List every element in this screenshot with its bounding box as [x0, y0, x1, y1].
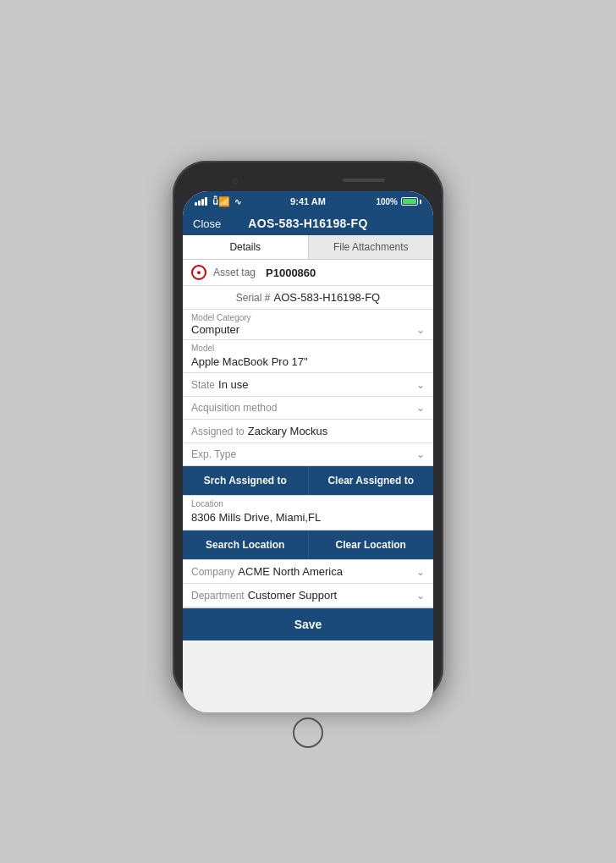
state-label: State [191, 379, 215, 391]
assigned-buttons-row: Srch Assigned to Clear Assigned to [183, 466, 433, 496]
model-value: Apple MacBook Pro 17" [191, 355, 308, 368]
location-label: Location [191, 499, 425, 508]
exp-type-label: Exp. Type [191, 448, 236, 460]
department-value: Customer Support [248, 589, 413, 602]
battery-percent: 100% [376, 197, 398, 206]
status-bar: ǖ📶 ∿ 9:41 AM 100% [183, 191, 433, 212]
company-row[interactable]: Company ACME North America ⌄ [183, 560, 433, 584]
state-chevron: ⌄ [416, 379, 425, 391]
search-location-button[interactable]: Search Location [183, 530, 309, 559]
save-button[interactable]: Save [183, 608, 433, 640]
department-row[interactable]: Department Customer Support ⌄ [183, 584, 433, 607]
serial-row: Serial # AOS-583-H16198-FQ [183, 286, 433, 310]
phone-top-decorations [183, 171, 433, 191]
company-label: Company [191, 566, 234, 578]
phone-camera [232, 178, 239, 184]
location-row: Location 8306 Mills Drive, Miami,FL [183, 496, 433, 530]
tab-details[interactable]: Details [183, 235, 309, 259]
state-row[interactable]: State In use ⌄ [183, 373, 433, 397]
battery-indicator: 100% [376, 197, 421, 206]
model-category-value: Computer [191, 323, 239, 336]
model-category-chevron: ⌄ [416, 324, 425, 336]
srch-assigned-button[interactable]: Srch Assigned to [183, 466, 309, 495]
acquisition-chevron: ⌄ [416, 402, 425, 414]
signal-bars [195, 197, 207, 206]
phone-speaker [343, 179, 385, 182]
model-label: Model [191, 344, 425, 353]
tab-bar: Details File Attachments [183, 235, 433, 260]
wifi-symbol: ∿ [234, 197, 241, 206]
globe-icon: ● [191, 265, 206, 280]
status-left: ǖ📶 ∿ [195, 196, 241, 207]
nav-bar: Close AOS-583-H16198-FQ [183, 212, 433, 235]
phone-screen: ǖ📶 ∿ 9:41 AM 100% Close AOS-583-H16198-F… [183, 191, 433, 712]
battery-body [401, 197, 418, 206]
exp-type-chevron: ⌄ [416, 448, 425, 460]
serial-label: Serial # [236, 292, 271, 304]
wifi-icon: ǖ📶 [212, 196, 230, 207]
serial-value: AOS-583-H16198-FQ [273, 291, 380, 304]
asset-tag-label: Asset tag [213, 267, 256, 278]
assigned-to-row: Assigned to Zackary Mockus [183, 420, 433, 443]
tab-file-attachments[interactable]: File Attachments [309, 235, 434, 259]
acquisition-row[interactable]: Acquisition method ⌄ [183, 397, 433, 420]
location-value: 8306 Mills Drive, Miami,FL [191, 511, 321, 524]
close-button[interactable]: Close [193, 217, 221, 230]
home-button[interactable] [293, 717, 323, 748]
state-value: In use [218, 378, 413, 391]
model-row[interactable]: Model Apple MacBook Pro 17" [183, 340, 433, 373]
phone-frame: ǖ📶 ∿ 9:41 AM 100% Close AOS-583-H16198-F… [173, 161, 443, 702]
battery-fill [403, 199, 416, 204]
save-row: Save [183, 607, 433, 640]
nav-title: AOS-583-H16198-FQ [248, 217, 367, 230]
assigned-to-value: Zackary Mockus [248, 425, 425, 437]
clear-location-button[interactable]: Clear Location [309, 530, 434, 559]
department-chevron: ⌄ [416, 590, 425, 602]
model-category-row[interactable]: Model Category Computer ⌄ [183, 310, 433, 340]
status-time: 9:41 AM [290, 196, 326, 206]
acquisition-label: Acquisition method [191, 402, 277, 414]
department-label: Department [191, 590, 245, 602]
clear-assigned-button[interactable]: Clear Assigned to [309, 466, 434, 495]
model-category-label: Model Category [191, 313, 425, 322]
battery-tip [420, 200, 421, 204]
asset-tag-row: ● Asset tag P1000860 [183, 260, 433, 286]
asset-tag-value: P1000860 [266, 267, 316, 279]
assigned-to-label: Assigned to [191, 426, 245, 437]
company-chevron: ⌄ [416, 566, 425, 578]
company-value: ACME North America [238, 565, 413, 578]
exp-type-row[interactable]: Exp. Type ⌄ [183, 443, 433, 466]
location-buttons-row: Search Location Clear Location [183, 530, 433, 560]
form-content: ● Asset tag P1000860 Serial # AOS-583-H1… [183, 260, 433, 712]
